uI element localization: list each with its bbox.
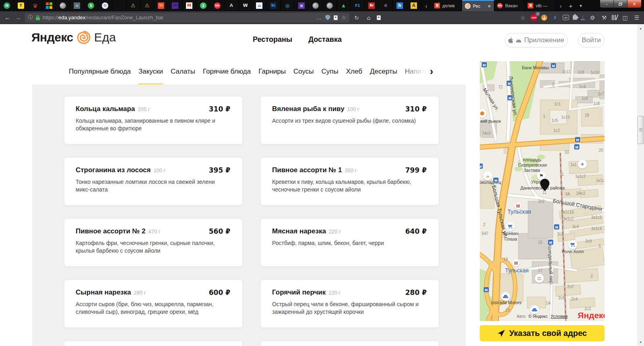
- tab-dropdown-icon[interactable]: ▾: [576, 0, 586, 11]
- adblock-icon[interactable]: ABP3: [530, 14, 537, 21]
- menu-item-card[interactable]: Пивное ассорти № 1350 г799 ₽Креветки к п…: [261, 158, 439, 205]
- app-download-button[interactable]: Приложение: [505, 33, 568, 47]
- new-tab-button[interactable]: +: [566, 0, 576, 11]
- menu-item-card[interactable]: Строганина из лосося100 г395 ₽Тонко наре…: [64, 158, 242, 205]
- pinned-tab[interactable]: ✉: [168, 0, 182, 11]
- shield-icon[interactable]: [325, 15, 330, 21]
- pinned-tab[interactable]: F1: [351, 0, 365, 11]
- yandex-eda-logo[interactable]: Яндекс Еда: [31, 30, 116, 45]
- categories-more-icon[interactable]: ›: [430, 58, 433, 85]
- downloads-icon[interactable]: ↓: [581, 15, 585, 20]
- category-tab[interactable]: Напитк: [405, 58, 427, 85]
- tab-scroll-left-icon[interactable]: ‹: [421, 0, 431, 11]
- category-tab[interactable]: Гарниры: [258, 58, 286, 85]
- nav-delivery-link[interactable]: Доставка: [308, 35, 342, 44]
- pinned-tab[interactable]: ⚠: [140, 0, 155, 11]
- pinned-tab[interactable]: hh: [211, 0, 225, 11]
- sidebar-icon[interactable]: ◫: [621, 14, 629, 21]
- pinned-tab[interactable]: ◎: [281, 0, 295, 11]
- back-button[interactable]: ←: [2, 14, 13, 21]
- pinned-tab[interactable]: ≡: [379, 0, 393, 11]
- scrollbar-down-arrow[interactable]: ▼: [637, 339, 644, 345]
- pinned-tab[interactable]: H: [0, 0, 14, 11]
- pinned-tab[interactable]: SJ: [70, 0, 84, 11]
- pinned-tab[interactable]: Ar: [365, 0, 379, 11]
- pinned-tab[interactable]: ✉: [154, 0, 168, 11]
- nav-restaurants-link[interactable]: Рестораны: [253, 35, 292, 44]
- pinned-tab[interactable]: [112, 0, 126, 11]
- menu-item-card[interactable]: Горячий перчик120 г280 ₽Острый перец чил…: [261, 280, 439, 327]
- tab-scroll-right-icon[interactable]: ›: [555, 0, 566, 11]
- menu-item-card[interactable]: Мясная нарезка220 г640 ₽Ростбиф, парма, …: [261, 219, 439, 266]
- map-label: 3к1с3: [591, 215, 602, 220]
- category-tab[interactable]: Горячие блюда: [203, 58, 251, 85]
- page-actions-more-icon[interactable]: …: [316, 14, 322, 21]
- lightning-icon[interactable]: ⚡: [551, 14, 559, 21]
- tab-close-icon[interactable]: ✕: [488, 4, 491, 8]
- category-tab[interactable]: Закуски: [138, 58, 163, 85]
- tampermonkey-icon[interactable]: [541, 14, 547, 21]
- browser-tab[interactable]: Рес✕: [462, 0, 494, 11]
- pocket-icon[interactable]: [334, 15, 338, 20]
- pinned-tab[interactable]: [42, 0, 56, 11]
- map-terms-link[interactable]: Условия: [551, 314, 568, 319]
- hamburger-menu-icon[interactable]: ☰: [633, 14, 641, 21]
- browser-tab[interactable]: Яvtb —: [525, 0, 555, 11]
- pinned-tab[interactable]: A: [225, 0, 239, 11]
- pinned-tab[interactable]: h: [393, 0, 407, 11]
- bookmark-star-icon[interactable]: ☆: [341, 14, 346, 21]
- category-tab[interactable]: Десерты: [370, 58, 397, 85]
- set-address-button[interactable]: Указать свой адрес: [480, 325, 605, 341]
- pinned-tab[interactable]: A: [407, 0, 421, 11]
- pinned-tab[interactable]: T: [14, 0, 28, 11]
- url-bar[interactable]: ⓘ https://eda.yandex/restaurant/FanZone_…: [25, 13, 349, 23]
- pinned-tab[interactable]: [323, 0, 337, 11]
- forward-button[interactable]: →: [13, 14, 23, 21]
- translate-extension-icon[interactable]: ae: [563, 15, 569, 20]
- pinned-tab[interactable]: ▣: [295, 0, 309, 11]
- pinned-tab[interactable]: [28, 0, 42, 11]
- login-button[interactable]: Войти: [578, 33, 605, 47]
- pinned-tab[interactable]: ⌂: [252, 0, 266, 11]
- scrollbar-thumb[interactable]: [638, 116, 644, 144]
- category-tab[interactable]: Салаты: [171, 58, 195, 85]
- library-icon[interactable]: [612, 15, 617, 20]
- menu-item-card[interactable]: Пивное ассорти № 2470 г560 ₽Картофель фр…: [64, 219, 242, 266]
- pinned-tab[interactable]: M: [182, 0, 196, 11]
- pinned-tab[interactable]: [309, 0, 323, 11]
- bookmark-tray-icon[interactable]: ☆: [519, 14, 527, 21]
- pinned-tab[interactable]: [56, 0, 70, 11]
- menu-item-card[interactable]: Сырная нарезка280 г600 ₽Ассорти сыров (б…: [64, 280, 242, 327]
- site-favicon-icon: ⚠: [144, 2, 151, 9]
- pinned-tab[interactable]: 1: [196, 0, 211, 11]
- menu-item-card[interactable]: Кольца кальмара205 г310 ₽Кольца кальмара…: [64, 97, 242, 144]
- pinned-tab[interactable]: U: [98, 0, 112, 11]
- map-widget[interactable]: Банк МосквыМытная ул.Люсиновская ул.кий …: [480, 61, 605, 321]
- category-tab[interactable]: Супы: [322, 58, 339, 85]
- pinned-tab[interactable]: S: [84, 0, 98, 11]
- gear-icon[interactable]: ⚙: [588, 14, 597, 21]
- browser-tab[interactable]: Яделив: [431, 0, 462, 11]
- pinned-tab[interactable]: kc: [266, 0, 281, 11]
- extension-puzzle-icon[interactable]: [573, 15, 577, 20]
- refresh-icon[interactable]: ↻: [353, 14, 361, 21]
- minimize-button[interactable]: –: [600, 0, 614, 8]
- category-tab[interactable]: Хлеб: [346, 58, 362, 85]
- menu-item-card[interactable]: [64, 341, 242, 346]
- menu-item-card[interactable]: [261, 341, 439, 346]
- page-info-icon[interactable]: ⓘ: [28, 14, 33, 21]
- pinned-tab[interactable]: ⚠: [126, 0, 140, 11]
- wrench-icon[interactable]: ⚒: [600, 14, 608, 21]
- category-tab[interactable]: Соусы: [293, 58, 314, 85]
- save-page-icon[interactable]: [377, 15, 381, 20]
- close-button[interactable]: ✕: [627, 0, 641, 8]
- home-icon[interactable]: ⌂: [365, 14, 373, 21]
- menu-item-card[interactable]: Вяленая рыба к пиву100 г310 ₽Ассорти из …: [261, 97, 439, 144]
- metro-icon: М: [482, 62, 487, 68]
- browser-tab[interactable]: hhВакан: [494, 0, 525, 11]
- pinned-tab[interactable]: ▲: [337, 0, 351, 11]
- category-tab[interactable]: Популярные блюда: [69, 58, 131, 85]
- scrollbar-up-arrow[interactable]: ▲: [637, 25, 644, 31]
- pinned-tab[interactable]: W: [239, 0, 253, 11]
- restore-button[interactable]: [614, 0, 627, 8]
